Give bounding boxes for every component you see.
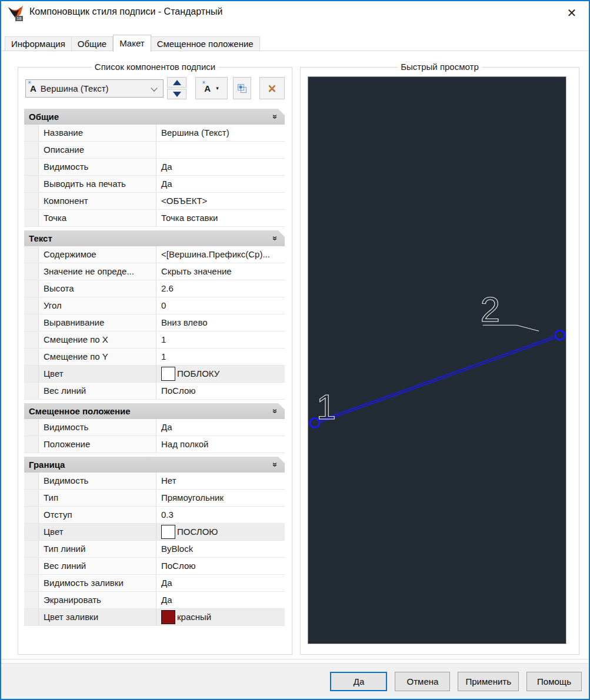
- property-value[interactable]: [156, 142, 285, 158]
- property-row: ЦветПОСЛОЮ: [24, 524, 285, 541]
- titlebar: 18 Компоновщик стиля подписи - Стандартн…: [0, 0, 590, 26]
- add-text-component-button[interactable]: ✳A ▾: [195, 77, 228, 99]
- preview-group-title: Быстрый просмотр: [398, 62, 482, 72]
- property-value[interactable]: красный: [156, 609, 285, 625]
- property-section: Смещенное положение»ВидимостьДаПоложение…: [24, 403, 285, 453]
- property-label: Выравнивание: [39, 314, 156, 331]
- property-value[interactable]: Да: [156, 159, 285, 175]
- property-value[interactable]: Над полкой: [156, 436, 285, 453]
- property-value[interactable]: Вниз влево: [156, 314, 285, 331]
- property-row: НазваниеВершина (Текст): [24, 125, 285, 142]
- copy-component-button[interactable]: [233, 77, 251, 99]
- property-label: Видимость заливки: [39, 575, 156, 591]
- tab-bar: ИнформацияОбщиеМакетСмещенное положение: [5, 34, 260, 51]
- value-text: ПоСлою: [161, 383, 195, 399]
- property-value[interactable]: Да: [156, 592, 285, 608]
- property-value[interactable]: ByBlock: [156, 541, 285, 557]
- property-row: ЭкранироватьДа: [24, 592, 285, 609]
- property-value[interactable]: Скрыть значение: [156, 263, 285, 280]
- vertex-1-label: 1: [316, 387, 336, 427]
- text-component-icon: ✳A: [30, 83, 36, 93]
- help-button[interactable]: Помощь: [526, 672, 582, 691]
- property-value[interactable]: Точка вставки: [156, 210, 285, 226]
- property-label: Смещение по Y: [39, 349, 156, 365]
- row-gutter: [24, 524, 39, 540]
- property-label: Видимость: [39, 419, 156, 436]
- section-title: Общие: [29, 112, 59, 122]
- color-swatch[interactable]: [161, 367, 175, 381]
- row-gutter: [24, 473, 39, 489]
- row-gutter: [24, 159, 39, 175]
- tab-dragged-state[interactable]: Смещенное положение: [151, 36, 260, 51]
- row-gutter: [24, 176, 39, 192]
- property-row: ТочкаТочка вставки: [24, 210, 285, 227]
- copy-icon: [237, 83, 247, 93]
- property-value[interactable]: Нет: [156, 473, 285, 489]
- apply-button[interactable]: Применить: [458, 672, 519, 691]
- color-swatch[interactable]: [161, 525, 175, 539]
- property-row: ВидимостьДа: [24, 419, 285, 436]
- property-value[interactable]: 0.3: [156, 507, 285, 523]
- property-value[interactable]: Да: [156, 419, 285, 436]
- delete-component-button[interactable]: ✕: [259, 77, 285, 99]
- property-section: Текст»Содержимое<[Вершина.Префикс(Ср)...…: [24, 230, 285, 400]
- property-value[interactable]: Да: [156, 176, 285, 192]
- property-row: ВидимостьНет: [24, 473, 285, 490]
- property-row: Видимость заливкиДа: [24, 575, 285, 592]
- color-swatch[interactable]: [161, 610, 175, 624]
- property-label: Отступ: [39, 507, 156, 523]
- property-value[interactable]: Вершина (Текст): [156, 125, 285, 141]
- property-value[interactable]: 1: [156, 349, 285, 365]
- property-value[interactable]: <[Вершина.Префикс(Ср)...: [156, 246, 285, 263]
- component-list-group: Список компонентов подписи ✳A Вершина (Т…: [18, 67, 292, 655]
- property-value[interactable]: 2.6: [156, 280, 285, 297]
- tab-page-layout: Список компонентов подписи ✳A Вершина (Т…: [0, 51, 590, 659]
- property-label: Положение: [39, 436, 156, 453]
- sparkle-icon: ✳: [28, 80, 32, 85]
- row-gutter: [24, 263, 39, 280]
- property-value[interactable]: <ОБЪЕКТ>: [156, 193, 285, 209]
- label-style-composer-dialog: 18 Компоновщик стиля подписи - Стандартн…: [0, 0, 590, 700]
- property-row: ВидимостьДа: [24, 159, 285, 176]
- section-header[interactable]: Общие»: [24, 109, 285, 125]
- value-text: ПОБЛОКУ: [177, 366, 219, 382]
- close-button[interactable]: ✕: [558, 2, 585, 24]
- property-value[interactable]: Да: [156, 575, 285, 591]
- triangle-up-icon: [173, 80, 181, 85]
- chevron-down-icon: [151, 85, 157, 91]
- combobox-value: Вершина (Текст): [41, 83, 109, 93]
- collapse-chevron-icon: »: [268, 463, 284, 467]
- property-value[interactable]: 1: [156, 331, 285, 348]
- property-label: Описание: [39, 142, 156, 158]
- cancel-button[interactable]: Отмена: [395, 672, 450, 691]
- tab-layout[interactable]: Макет: [113, 35, 151, 52]
- property-row: Содержимое<[Вершина.Префикс(Ср)...: [24, 246, 285, 263]
- section-header[interactable]: Текст»: [24, 230, 285, 246]
- property-label: Смещение по X: [39, 331, 156, 348]
- property-value[interactable]: ПОБЛОКУ: [156, 366, 285, 382]
- section-header[interactable]: Граница»: [24, 457, 285, 473]
- move-up-button[interactable]: [167, 77, 186, 88]
- component-combobox[interactable]: ✳A Вершина (Текст): [25, 79, 164, 98]
- move-down-button[interactable]: [167, 89, 186, 99]
- section-header[interactable]: Смещенное положение»: [24, 403, 285, 419]
- preview-drawing: 1 2: [308, 77, 566, 644]
- row-gutter: [24, 609, 39, 625]
- yes-button[interactable]: Да: [330, 672, 387, 691]
- property-value[interactable]: ПоСлою: [156, 558, 285, 574]
- section-title: Текст: [29, 233, 52, 243]
- property-value[interactable]: ПОСЛОЮ: [156, 524, 285, 540]
- property-value[interactable]: Прямоугольник: [156, 490, 285, 506]
- property-label: Видимость: [39, 159, 156, 175]
- value-text: Скрыть значение: [161, 263, 232, 280]
- property-value[interactable]: 0: [156, 297, 285, 314]
- tab-information[interactable]: Информация: [5, 36, 72, 51]
- sparkle-icon: ✳: [202, 80, 206, 85]
- tab-general[interactable]: Общие: [72, 36, 113, 51]
- value-text: Точка вставки: [161, 210, 218, 226]
- property-value[interactable]: ПоСлою: [156, 383, 285, 399]
- property-section: Граница»ВидимостьНетТипПрямоугольникОтст…: [24, 457, 285, 626]
- value-text: Нет: [161, 473, 176, 489]
- vertex-2-marker: [555, 330, 565, 340]
- window-title: Компоновщик стиля подписи - Стандартный: [29, 6, 222, 17]
